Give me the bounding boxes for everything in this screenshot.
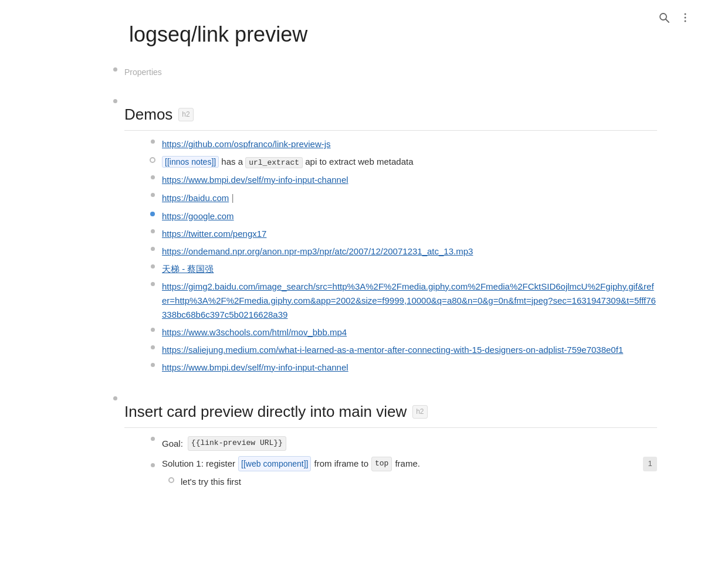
- link-bmpi-2[interactable]: https://www.bmpi.dev/self/my-info-input-…: [162, 362, 348, 372]
- text-has-a: has a: [221, 157, 245, 166]
- solution-row: Solution 1: register [[web component]] f…: [143, 454, 657, 473]
- link-giphy[interactable]: https://gimg2.baidu.com/image_search/src…: [162, 281, 656, 320]
- insert-heading-row: Insert card preview directly into main v…: [106, 392, 657, 493]
- dot-icon: [151, 463, 155, 467]
- item-content-11: https://saliejung.medium.com/what-i-lear…: [162, 343, 657, 357]
- page-container: logseq/link preview Properties: [0, 0, 704, 588]
- insert-section: Insert card preview directly into main v…: [106, 392, 657, 493]
- insert-heading: Insert card preview directly into main v…: [124, 394, 657, 429]
- link-bmpi[interactable]: https://www.bmpi.dev/self/my-info-input-…: [162, 175, 348, 185]
- svg-point-4: [685, 21, 686, 22]
- item-bullet-5: [143, 209, 162, 216]
- demos-bullet-dot: [113, 99, 117, 103]
- link-baidu[interactable]: https://baidu.com: [162, 193, 229, 203]
- list-item: https://www.bmpi.dev/self/my-info-input-…: [143, 359, 657, 376]
- solution-bullet: [143, 461, 162, 467]
- item-content-2: [[innos notes]] has a url_extract api to…: [162, 155, 657, 169]
- list-item: [[innos notes]] has a url_extract api to…: [143, 153, 657, 171]
- dot-icon: [151, 193, 155, 197]
- item-content-4: https://baidu.com |: [162, 191, 657, 206]
- dot-outline-icon: [150, 157, 155, 163]
- item-content-5: https://google.com: [162, 209, 657, 223]
- item-content-7: https://ondemand.npr.org/anon.npr-mp3/np…: [162, 244, 657, 259]
- dot-icon: [151, 282, 155, 286]
- svg-point-2: [685, 13, 686, 15]
- sub-bullet-dot: [162, 475, 181, 483]
- list-item: let's try this first: [162, 473, 657, 491]
- page-title: logseq/link preview: [0, 0, 704, 63]
- demos-heading-text: Demos: [124, 103, 172, 127]
- content-area: Properties Demos h2: [0, 63, 704, 531]
- link-tianti[interactable]: 天梯 - 蔡国强: [162, 264, 214, 274]
- solution-label: Solution 1: register: [162, 457, 235, 471]
- text-api: api to extract web metadata: [305, 157, 413, 166]
- item-bullet-11: [143, 343, 162, 349]
- item-bullet-2: [143, 155, 162, 163]
- item-bullet-12: [143, 361, 162, 367]
- dot-icon: [151, 345, 155, 349]
- dot-icon: [151, 328, 155, 332]
- demos-heading: Demos h2: [124, 97, 657, 131]
- dot-blue-icon: [150, 212, 155, 216]
- properties-section: Properties: [106, 63, 657, 81]
- search-icon[interactable]: [657, 11, 671, 25]
- link-github[interactable]: https://github.com/ospfranco/link-previe…: [162, 139, 331, 149]
- list-item: https://google.com: [143, 208, 657, 225]
- svg-point-0: [660, 13, 666, 20]
- goal-label: Goal:: [162, 437, 183, 451]
- properties-row: Properties: [106, 63, 657, 81]
- item-content-12: https://www.bmpi.dev/self/my-info-input-…: [162, 361, 657, 375]
- sub-item-content: let's try this first: [181, 475, 657, 489]
- insert-bullet-dot: [113, 396, 117, 400]
- demos-badge: h2: [178, 108, 193, 121]
- dot-icon: [151, 247, 155, 251]
- goal-content: Goal: {{link-preview URL}}: [162, 434, 657, 453]
- dot-icon: [151, 264, 155, 268]
- toolbar: [657, 11, 692, 25]
- insert-heading-text: Insert card preview directly into main v…: [124, 400, 407, 424]
- list-item: https://twitter.com/pengx17: [143, 225, 657, 243]
- solution-page-ref[interactable]: [[web component]]: [238, 456, 311, 471]
- page-ref-innos[interactable]: [[innos notes]]: [162, 156, 219, 168]
- insert-items: Goal: {{link-preview URL}} Solution 1: r…: [124, 433, 657, 491]
- code-url-extract: url_extract: [245, 157, 303, 168]
- item-bullet-8: [143, 262, 162, 268]
- dot-icon: [151, 175, 155, 179]
- item-content-1: https://github.com/ospfranco/link-previe…: [162, 137, 657, 151]
- svg-line-1: [666, 19, 669, 22]
- item-bullet-1: [143, 137, 162, 144]
- dot-icon: [151, 437, 155, 441]
- sub-item-text: let's try this first: [181, 477, 241, 487]
- demos-bullet: [106, 97, 124, 103]
- link-npr[interactable]: https://ondemand.npr.org/anon.npr-mp3/np…: [162, 246, 473, 256]
- item-content-6: https://twitter.com/pengx17: [162, 227, 657, 241]
- list-item: https://github.com/ospfranco/link-previe…: [143, 135, 657, 153]
- link-w3schools[interactable]: https://www.w3schools.com/html/mov_bbb.m…: [162, 327, 347, 337]
- goal-code: {{link-preview URL}}: [188, 436, 286, 451]
- cursor-icon: |: [231, 193, 233, 203]
- dot-icon: [151, 140, 155, 144]
- item-bullet-9: [143, 280, 162, 286]
- more-options-icon[interactable]: [678, 11, 692, 25]
- properties-label: Properties: [124, 67, 162, 77]
- link-twitter[interactable]: https://twitter.com/pengx17: [162, 229, 266, 239]
- item-content-10: https://www.w3schools.com/html/mov_bbb.m…: [162, 325, 657, 339]
- solution-code-top: top: [371, 457, 392, 471]
- item-content-9: https://gimg2.baidu.com/image_search/src…: [162, 280, 657, 322]
- properties-content: Properties: [124, 65, 657, 79]
- item-content-3: https://www.bmpi.dev/self/my-info-input-…: [162, 173, 657, 187]
- item-bullet-10: [143, 325, 162, 332]
- list-item: https://baidu.com |: [143, 189, 657, 208]
- insert-badge: h2: [412, 405, 427, 419]
- list-item: https://gimg2.baidu.com/image_search/src…: [143, 278, 657, 324]
- link-google[interactable]: https://google.com: [162, 211, 234, 221]
- demos-heading-row: Demos h2 https://github.com/ospfranco/li…: [106, 95, 657, 378]
- list-item: https://ondemand.npr.org/anon.npr-mp3/np…: [143, 243, 657, 260]
- item-bullet-6: [143, 227, 162, 233]
- dot-icon: [151, 229, 155, 233]
- link-medium[interactable]: https://saliejung.medium.com/what-i-lear…: [162, 345, 623, 355]
- solution-badge-number: 1: [643, 457, 657, 471]
- solution-content: Solution 1: register [[web component]] f…: [162, 456, 657, 471]
- item-bullet-7: [143, 244, 162, 251]
- list-item: https://www.bmpi.dev/self/my-info-input-…: [143, 171, 657, 189]
